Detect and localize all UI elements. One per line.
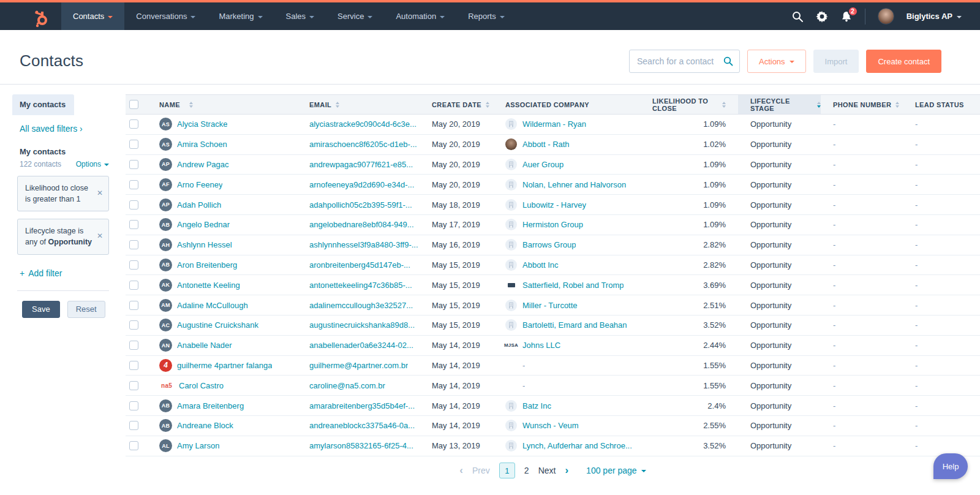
contact-name-link[interactable]: Amara Breitenberg	[177, 401, 244, 410]
contact-name-link[interactable]: Adaline McCullough	[177, 301, 248, 310]
contact-email-link[interactable]: caroline@na5.com.br	[309, 381, 385, 390]
all-saved-filters-link[interactable]: All saved filters ›	[20, 124, 109, 134]
row-checkbox[interactable]	[129, 220, 138, 229]
next-chevron-icon[interactable]: ›	[565, 464, 568, 477]
prev-chevron-icon[interactable]: ‹	[459, 464, 463, 477]
contact-email-link[interactable]: amiraschoenc8f6205c-d1eb-...	[309, 140, 417, 149]
gear-icon[interactable]	[816, 10, 828, 23]
row-checkbox[interactable]	[129, 441, 138, 450]
select-all-checkbox[interactable]	[129, 100, 138, 109]
row-checkbox[interactable]	[129, 301, 138, 310]
contact-name-link[interactable]: Arno Feeney	[177, 180, 222, 189]
contact-name-link[interactable]: Alycia Stracke	[177, 119, 227, 129]
company-link[interactable]: Barrows Group	[522, 240, 576, 249]
contact-email-link[interactable]: adalinemccullough3e32527...	[309, 301, 413, 310]
notifications-bell-icon[interactable]: 2	[840, 10, 853, 23]
search-icon[interactable]	[723, 56, 733, 66]
contact-name-link[interactable]: Antonette Keeling	[177, 281, 240, 290]
nav-item-service[interactable]: Service	[326, 2, 384, 30]
column-header-lead-status[interactable]: LEAD STATUS	[903, 95, 980, 114]
contact-email-link[interactable]: andrewpagac9077f621-e85...	[309, 160, 413, 169]
nav-item-reports[interactable]: Reports	[456, 2, 516, 30]
nav-item-automation[interactable]: Automation	[384, 2, 456, 30]
contact-name-link[interactable]: Aron Breitenberg	[177, 260, 237, 270]
page-2-button[interactable]: 2	[524, 466, 529, 475]
contact-email-link[interactable]: alyciastracke9c090c4d-6c3e...	[309, 119, 417, 129]
contact-email-link[interactable]: aronbreitenberg45d147eb-...	[309, 260, 410, 270]
remove-filter-icon[interactable]: ✕	[97, 232, 103, 242]
column-header-associated-company[interactable]: ASSOCIATED COMPANY	[502, 95, 652, 114]
contact-email-link[interactable]: antonettekeeling47c36b85-...	[309, 281, 412, 290]
contact-name-link[interactable]: Augustine Cruickshank	[177, 320, 258, 330]
nav-item-conversations[interactable]: Conversations	[124, 2, 207, 30]
company-link[interactable]: Batz Inc	[522, 401, 551, 410]
row-checkbox[interactable]	[129, 361, 138, 370]
company-link[interactable]: Lynch, Aufderhar and Schroe...	[522, 441, 632, 450]
company-link[interactable]: -	[522, 381, 525, 390]
contact-name-link[interactable]: Andrew Pagac	[177, 160, 229, 169]
filter-chip-likelihood[interactable]: Likelihood to close is greater than 1 ✕	[17, 176, 109, 211]
company-link[interactable]: Auer Group	[522, 160, 564, 169]
contact-name-link[interactable]: Anabelle Nader	[177, 341, 232, 350]
contact-name-link[interactable]: Andreane Block	[177, 421, 233, 430]
contact-email-link[interactable]: adahpollich05c2b395-59f1-...	[309, 200, 412, 210]
row-checkbox[interactable]	[129, 281, 138, 290]
help-button[interactable]: Help	[933, 453, 968, 479]
remove-filter-icon[interactable]: ✕	[97, 188, 103, 198]
company-link[interactable]: Wunsch - Veum	[522, 421, 579, 430]
tab-my-contacts[interactable]: My contacts	[12, 94, 74, 115]
company-link[interactable]: -	[522, 361, 525, 370]
import-button[interactable]: Import	[813, 50, 859, 73]
create-contact-button[interactable]: Create contact	[866, 50, 941, 73]
company-link[interactable]: Bartoletti, Emard and Beahan	[522, 320, 627, 330]
contact-name-link[interactable]: Amy Larson	[177, 441, 219, 450]
options-dropdown[interactable]: Options	[76, 160, 109, 168]
add-filter-link[interactable]: +Add filter	[20, 268, 109, 278]
column-header-email[interactable]: EMAIL	[306, 95, 429, 114]
contact-name-link[interactable]: guilherme 4partner falanga	[177, 361, 272, 370]
company-link[interactable]: Wilderman - Ryan	[522, 119, 586, 129]
column-header-phone-number[interactable]: PHONE NUMBER	[821, 95, 903, 114]
contact-name-link[interactable]: Angelo Bednar	[177, 220, 230, 229]
contact-email-link[interactable]: arnofeeneya9d2d690-e34d-...	[309, 180, 414, 189]
company-link[interactable]: Abbott - Rath	[522, 140, 570, 149]
column-header-lifecycle-stage[interactable]: LIFECYCLE STAGE	[738, 95, 821, 114]
search-icon[interactable]	[791, 10, 804, 23]
nav-item-marketing[interactable]: Marketing	[207, 2, 274, 30]
contact-name-link[interactable]: Adah Pollich	[177, 200, 221, 210]
reset-button[interactable]: Reset	[67, 301, 105, 318]
contact-email-link[interactable]: amarabreitenberg35d5b4ef-...	[309, 401, 415, 410]
contact-email-link[interactable]: amylarson85832165-6f25-4...	[309, 441, 413, 450]
contact-email-link[interactable]: ashlynnhessel3f9a8480-3ff9-...	[309, 240, 418, 249]
row-checkbox[interactable]	[129, 260, 138, 270]
row-checkbox[interactable]	[129, 119, 138, 129]
prev-button[interactable]: Prev	[472, 466, 490, 475]
company-link[interactable]: Hermiston Group	[522, 220, 583, 229]
row-checkbox[interactable]	[129, 401, 138, 410]
row-checkbox[interactable]	[129, 240, 138, 249]
column-header-create-date[interactable]: CREATE DATE	[429, 95, 502, 114]
contact-email-link[interactable]: anabellenader0a6e3244-02...	[309, 341, 413, 350]
row-checkbox[interactable]	[129, 381, 138, 390]
account-menu[interactable]: Biglytics AP	[907, 12, 962, 21]
next-button[interactable]: Next	[538, 466, 556, 475]
user-avatar[interactable]	[878, 8, 894, 25]
row-checkbox[interactable]	[129, 200, 138, 210]
contact-email-link[interactable]: andreaneblockc3375a46-0a...	[309, 421, 415, 430]
contact-email-link[interactable]: augustinecruickshanka89d8...	[309, 320, 415, 330]
row-checkbox[interactable]	[129, 180, 138, 189]
hubspot-logo-icon[interactable]	[32, 8, 50, 30]
row-checkbox[interactable]	[129, 320, 138, 330]
row-checkbox[interactable]	[129, 341, 138, 350]
column-header-name[interactable]: NAME	[156, 95, 306, 114]
contact-email-link[interactable]: angelobednare8ebf084-949...	[309, 220, 414, 229]
per-page-dropdown[interactable]: 100 per page	[586, 466, 646, 475]
contact-name-link[interactable]: Ashlynn Hessel	[177, 240, 232, 249]
contact-name-link[interactable]: Carol Castro	[179, 381, 224, 390]
column-header-likelihood[interactable]: LIKELIHOOD TO CLOSE	[652, 95, 738, 114]
row-checkbox[interactable]	[129, 160, 138, 169]
nav-item-contacts[interactable]: Contacts	[61, 2, 124, 30]
contact-email-link[interactable]: guilherme@4partner.com.br	[309, 361, 408, 370]
nav-item-sales[interactable]: Sales	[274, 2, 326, 30]
save-button[interactable]: Save	[22, 301, 60, 318]
